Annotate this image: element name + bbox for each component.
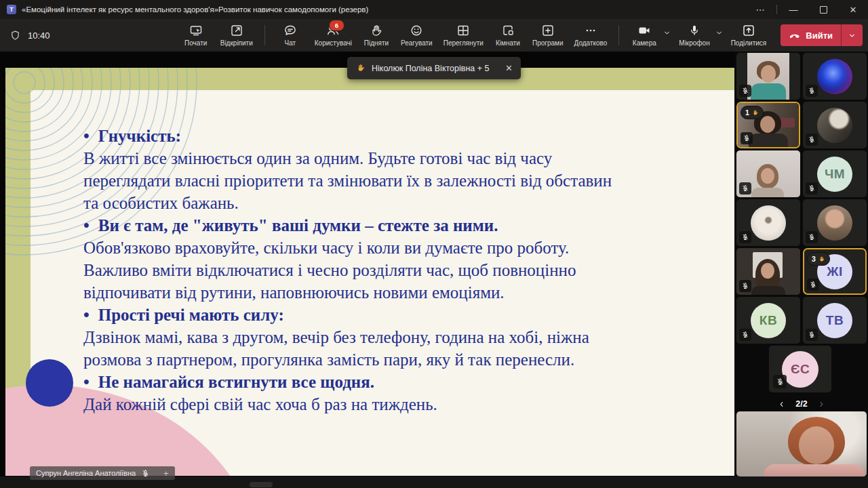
participants-raised-badge: 6 [329, 20, 344, 31]
participant-tile[interactable]: КВ [736, 297, 800, 344]
slide-heading: Не намагайся встигнути все щодня. [98, 373, 374, 391]
start-share-button[interactable]: Почати [179, 22, 213, 48]
avatar [817, 205, 852, 241]
slide-line: відпочивати від рутини, наповнюючись нов… [83, 281, 704, 304]
mic-muted-icon [806, 329, 818, 341]
raise-hand-button[interactable]: Підняти [359, 22, 393, 48]
leave-dropdown-chevron[interactable] [842, 24, 863, 46]
raised-hand-banner[interactable]: Ніколюк Поліна Вікторівна + 5 ✕ [347, 57, 521, 79]
leave-label: Вийти [806, 30, 833, 41]
rooms-icon [501, 24, 515, 37]
blue-circle-decoration [26, 359, 73, 407]
window-title: «Емоційний інтелект як ресурс ментальног… [22, 5, 368, 14]
participant-tile-hand-raised[interactable]: 1 [736, 102, 800, 148]
react-button[interactable]: Реагувати [397, 22, 436, 48]
window-more-button[interactable]: ⋯ [745, 0, 775, 19]
page-indicator: 2/2 [795, 399, 807, 409]
presentation-slide: •Гнучкість: В житті все змінюється один … [5, 68, 734, 476]
participant-tile[interactable] [736, 53, 800, 100]
slide-line: та особистих бажань. [83, 192, 704, 214]
camera-icon [637, 24, 651, 37]
presenter-video-tile[interactable] [736, 411, 867, 476]
participant-tile[interactable] [803, 53, 867, 100]
mic-muted-icon [773, 375, 787, 388]
hang-up-icon [789, 29, 801, 41]
divider [618, 25, 619, 45]
banner-close-icon[interactable]: ✕ [505, 63, 513, 73]
teams-meeting-window: T «Емоційний інтелект як ресурс ментальн… [0, 0, 868, 488]
participant-tile[interactable] [803, 102, 867, 148]
teams-icon: T [7, 5, 16, 14]
screen-share-icon [189, 24, 203, 37]
ellipsis-icon [584, 24, 597, 37]
previous-page-chevron[interactable] [777, 400, 786, 409]
share-icon [742, 24, 755, 37]
view-button[interactable]: Переглянути [440, 22, 487, 48]
apps-plus-icon [541, 24, 555, 37]
close-button[interactable]: ✕ [838, 0, 868, 19]
unpin-icon [230, 24, 243, 37]
initials-avatar: ЧМ [817, 157, 852, 192]
presenter-name: Супрун Ангеліна Анатоліївна [36, 469, 136, 477]
expand-plus-button[interactable]: + [163, 468, 169, 479]
hand-raise-badge: 3 [807, 252, 830, 266]
divider [776, 5, 777, 14]
chat-icon [283, 24, 297, 37]
minimize-button[interactable]: — [778, 0, 808, 19]
apps-button[interactable]: Програми [529, 22, 567, 48]
participant-tile[interactable] [736, 199, 800, 246]
slide-heading: Прості речі мають силу: [98, 306, 284, 324]
mic-muted-icon [739, 231, 751, 243]
maximize-button[interactable] [808, 0, 838, 19]
raised-hand-banner-text: Ніколюк Поліна Вікторівна + 5 [372, 64, 489, 73]
participant-tile[interactable]: ТВ [803, 297, 867, 344]
slide-line: В житті все змінюється один за одним. Бу… [83, 147, 704, 169]
scrollbar-nub[interactable] [250, 482, 273, 487]
participant-tile[interactable]: ЧМ [803, 150, 867, 197]
leave-button[interactable]: Вийти [781, 24, 863, 46]
hand-icon [818, 256, 825, 263]
microphone-icon [688, 24, 701, 37]
slide-line: Важливо вміти відключатися і чесно розді… [83, 259, 704, 281]
camera-button[interactable]: Камера [627, 22, 661, 48]
participant-tile[interactable] [736, 150, 800, 197]
mic-muted-icon [141, 469, 150, 478]
mic-muted-icon [739, 329, 751, 341]
participant-tile[interactable]: ЄС [769, 346, 831, 392]
more-options-button[interactable]: Додатково [571, 22, 611, 48]
participants-sidebar: 1 ЧМ [735, 52, 868, 476]
camera-dropdown-chevron[interactable] [663, 28, 671, 37]
mic-muted-icon [741, 132, 753, 144]
initials-avatar: ЄС [782, 351, 818, 388]
mic-muted-icon [806, 231, 818, 243]
shield-icon [9, 30, 21, 41]
rooms-button[interactable]: Кімнати [491, 22, 525, 48]
slide-line: Дай кожній сфері свій час хоча б раз на … [83, 393, 704, 415]
participant-tile[interactable] [736, 248, 800, 295]
microphone-button[interactable]: Мікрофон [675, 22, 713, 48]
slide-text: •Гнучкість: В житті все змінюється один … [83, 125, 704, 415]
presenter-name-label: Супрун Ангеліна Анатоліївна + [30, 466, 175, 480]
participants-button[interactable]: 6 Користувачі [311, 22, 355, 48]
slide-heading: Ви є там, де "живуть" ваші думки – стежт… [98, 216, 498, 235]
slide-line: переглядати власні пріоритети та змінюва… [83, 169, 704, 192]
divider [264, 25, 265, 45]
slide-line: розмова з партнером, прогулянка замість … [83, 348, 704, 371]
avatar [751, 205, 786, 241]
raise-hand-icon [370, 24, 383, 37]
share-button[interactable]: Поділитися [728, 22, 770, 48]
view-grid-icon [456, 24, 470, 37]
initials-avatar: ТВ [817, 303, 852, 338]
participant-tile[interactable] [803, 199, 867, 246]
microphone-dropdown-chevron[interactable] [715, 28, 724, 37]
maximize-icon [820, 6, 827, 14]
title-bar: T «Емоційний інтелект як ресурс ментальн… [0, 0, 868, 19]
next-page-chevron[interactable] [817, 400, 826, 409]
initials-avatar: КВ [751, 303, 786, 338]
slide-line: Дзвінок мамі, кава з другом, вечір без т… [83, 326, 704, 348]
avatar [817, 59, 852, 94]
chat-button[interactable]: Чат [273, 22, 307, 48]
participant-tile-hand-raised[interactable]: ЖІ 3 [803, 248, 867, 295]
meeting-toolbar: 10:40 Почати Відкріпити Чат 6 Користувач… [0, 19, 868, 52]
unpin-button[interactable]: Відкріпити [217, 22, 256, 48]
